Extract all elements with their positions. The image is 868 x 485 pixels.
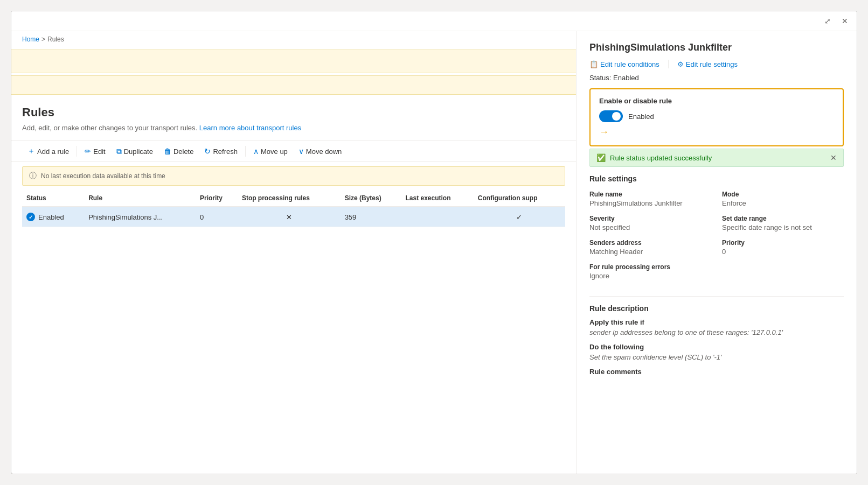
edit-settings-icon: ⚙: [677, 60, 684, 68]
table-container: Status Rule Priority Stop processing rul…: [11, 190, 576, 227]
add-rule-label: Add a rule: [37, 147, 69, 156]
priority-value: 0: [722, 248, 844, 256]
edit-conditions-label: Edit rule conditions: [600, 60, 659, 68]
senders-address-label: Senders address: [589, 239, 711, 247]
status-label: Status:: [589, 74, 611, 82]
main-content: Home > Rules Rules Add, edit, or make ot…: [11, 31, 857, 474]
rule-description-section: Rule description Apply this rule if send…: [589, 304, 844, 378]
col-rule: Rule: [84, 190, 196, 207]
close-button[interactable]: ✕: [838, 15, 851, 27]
edit-settings-label: Edit rule settings: [686, 60, 738, 68]
cell-status: Enabled: [22, 207, 84, 227]
col-priority: Priority: [196, 190, 238, 207]
delete-button[interactable]: 🗑 Delete: [158, 145, 199, 158]
status-text: Enabled: [38, 213, 64, 221]
breadcrumb: Home > Rules: [11, 31, 576, 47]
success-text: Rule status updated successfully: [610, 154, 712, 162]
add-rule-button[interactable]: ＋ Add a rule: [22, 144, 74, 158]
delete-label: Delete: [173, 147, 194, 156]
duplicate-icon: ⧉: [116, 147, 122, 156]
senders-address-value: Matching Header: [589, 248, 711, 256]
edit-button[interactable]: ✏ Edit: [79, 145, 110, 158]
panel-actions: 📋 Edit rule conditions ⚙ Edit rule setti…: [589, 60, 844, 68]
cell-config-support: ✓: [474, 207, 565, 227]
toggle-track: [599, 110, 623, 122]
main-window: ⤢ ✕ Home > Rules Rules Add, edit, or mak…: [11, 11, 857, 474]
toggle-label: Enabled: [628, 113, 654, 121]
edit-conditions-icon: 📋: [589, 60, 598, 68]
severity-value: Not specified: [589, 223, 711, 231]
do-following-value: Set the spam confidence level (SCL) to '…: [589, 353, 844, 361]
arrow-indicator: →: [599, 126, 834, 138]
table-row[interactable]: Enabled PhishingSimulations J... 0 ✕ 359…: [22, 207, 565, 227]
enable-disable-toggle[interactable]: [599, 110, 623, 122]
breadcrumb-separator: >: [41, 36, 45, 43]
col-stop-processing: Stop processing rules: [238, 190, 341, 207]
edit-icon: ✏: [85, 147, 91, 156]
toolbar-separator-2: [245, 146, 246, 157]
left-panel: Home > Rules Rules Add, edit, or make ot…: [11, 31, 577, 474]
move-up-label: Move up: [261, 147, 288, 156]
date-range-value: Specific date range is not set: [722, 223, 844, 231]
breadcrumb-current: Rules: [47, 36, 64, 43]
breadcrumb-home[interactable]: Home: [22, 36, 39, 43]
edit-rule-settings-button[interactable]: ⚙ Edit rule settings: [677, 60, 738, 68]
top-banner2: [11, 75, 576, 95]
refresh-label: Refresh: [213, 147, 238, 156]
panel-title: PhishingSimulations Junkfilter: [589, 42, 844, 53]
action-separator: [668, 60, 669, 68]
duplicate-button[interactable]: ⧉ Duplicate: [111, 145, 158, 158]
setting-mode: Mode Enforce: [722, 191, 844, 207]
edit-rule-conditions-button[interactable]: 📋 Edit rule conditions: [589, 60, 659, 68]
cell-size: 359: [341, 207, 401, 227]
do-following-label: Do the following: [589, 343, 844, 351]
top-banner: [11, 50, 576, 73]
success-left: ✅ Rule status updated successfully: [596, 153, 712, 162]
setting-for-rule-errors: For rule processing errors Ignore: [589, 263, 711, 280]
rule-errors-value: Ignore: [589, 272, 711, 280]
setting-date-range: Set date range Specific date range is no…: [722, 215, 844, 231]
apply-rule-if-label: Apply this rule if: [589, 318, 844, 326]
delete-icon: 🗑: [164, 147, 171, 156]
status-line: Status: Enabled: [589, 74, 844, 82]
right-panel: PhishingSimulations Junkfilter 📋 Edit ru…: [577, 31, 857, 474]
edit-label: Edit: [93, 147, 105, 156]
expand-button[interactable]: ⤢: [821, 15, 834, 27]
col-config-support: Configuration supp: [474, 190, 565, 207]
page-title: Rules: [11, 97, 576, 122]
date-range-label: Set date range: [722, 215, 844, 222]
move-up-icon: ∧: [253, 147, 259, 156]
cell-rule: PhishingSimulations J...: [84, 207, 196, 227]
info-icon: ⓘ: [29, 171, 37, 181]
warning-text: No last execution data available at this…: [41, 172, 165, 180]
toggle-row: Enabled: [599, 110, 834, 122]
priority-label: Priority: [722, 239, 844, 247]
mode-label: Mode: [722, 191, 844, 198]
refresh-button[interactable]: ↻ Refresh: [199, 145, 243, 158]
toolbar-separator-1: [77, 146, 77, 157]
setting-rule-name: Rule name PhishingSimulations Junkfilter: [589, 191, 711, 207]
refresh-icon: ↻: [204, 147, 211, 156]
learn-more-link[interactable]: Learn more about transport rules: [199, 124, 301, 132]
setting-severity: Severity Not specified: [589, 215, 711, 231]
title-bar-controls: ⤢ ✕: [821, 15, 851, 27]
apply-rule-if-value: sender ip addresses belong to one of the…: [589, 328, 844, 336]
cell-stop-processing: ✕: [238, 207, 341, 227]
rule-name-label: Rule name: [589, 191, 711, 198]
rules-table: Status Rule Priority Stop processing rul…: [22, 190, 565, 227]
cell-last-execution: [401, 207, 473, 227]
move-up-button[interactable]: ∧ Move up: [248, 145, 293, 158]
move-down-label: Move down: [306, 147, 342, 156]
status-indicator: [26, 213, 35, 221]
section-divider: [589, 296, 844, 297]
subtitle-text: Add, edit, or make other changes to your…: [22, 124, 197, 132]
close-notification-button[interactable]: ✕: [830, 153, 837, 162]
rule-name-value: PhishingSimulations Junkfilter: [589, 199, 711, 207]
col-last-execution: Last execution: [401, 190, 473, 207]
enable-disable-card: Enable or disable rule Enabled →: [589, 88, 844, 146]
card-label: Enable or disable rule: [599, 97, 834, 105]
duplicate-label: Duplicate: [124, 147, 153, 156]
move-down-icon: ∨: [298, 147, 304, 156]
move-down-button[interactable]: ∨ Move down: [293, 145, 347, 158]
rule-errors-label: For rule processing errors: [589, 263, 711, 271]
